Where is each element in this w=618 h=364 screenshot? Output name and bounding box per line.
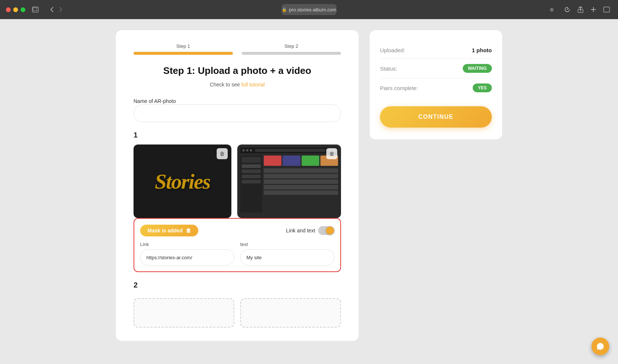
nav-arrows: [48, 6, 64, 14]
status-label: Status:: [380, 65, 397, 72]
link-fields-row: Link text: [140, 242, 334, 265]
step-2-item: Step 2: [242, 43, 341, 55]
lock-icon: 🔒: [282, 7, 287, 12]
link-input[interactable]: [140, 249, 234, 265]
text-field-group: text: [240, 242, 334, 265]
pair-1-number: 1: [134, 131, 341, 139]
translate-button[interactable]: ⊕: [547, 5, 559, 14]
minimize-button[interactable]: [13, 7, 18, 12]
link-text-row: Link and text: [286, 226, 334, 235]
svg-text:⊕: ⊕: [550, 7, 554, 13]
status-badge: WAITING: [463, 64, 492, 73]
link-text-toggle[interactable]: [318, 226, 334, 235]
share-button[interactable]: [575, 5, 586, 14]
chat-fab-button[interactable]: [592, 338, 609, 355]
svg-rect-4: [604, 7, 610, 12]
right-panel: Uploaded: 1 photo Status: WAITING Pairs …: [370, 30, 502, 139]
link-text-label-text: Link and text: [286, 228, 315, 233]
step-1-item: Step 1: [134, 43, 233, 55]
uploaded-value: 1 photo: [472, 47, 492, 53]
step-2-bar: [242, 52, 341, 55]
new-tab-button[interactable]: [589, 6, 598, 14]
upload-box-photo[interactable]: [134, 298, 234, 328]
tab-overview-button[interactable]: [601, 5, 612, 14]
pairs-badge: YES: [473, 83, 492, 92]
browser-content: Step 1 Step 2 Step 1: Upload a photo + a…: [0, 19, 618, 364]
delete-dashboard-image-button[interactable]: 🗑: [326, 148, 337, 159]
refresh-button[interactable]: [562, 5, 572, 14]
subtitle: Check to see full tutorial: [134, 82, 341, 88]
forward-button[interactable]: [57, 6, 64, 14]
dash-main: [264, 156, 338, 213]
mask-row: Mask is added 🗑 Link and text: [140, 225, 334, 236]
page-title: Step 1: Upload a photo + a video: [134, 65, 341, 76]
tab-switcher-button[interactable]: [30, 5, 41, 14]
image-row: Stories 🗑: [134, 144, 341, 218]
uploaded-label: Uploaded:: [380, 47, 405, 53]
upload-box-video[interactable]: [240, 298, 341, 328]
step-2-label: Step 2: [284, 43, 298, 49]
pair-2-row: [134, 298, 341, 328]
close-button[interactable]: [6, 7, 11, 12]
step-1-bar: [134, 52, 233, 55]
dash-sidebar: [240, 156, 262, 213]
traffic-lights: [6, 7, 25, 12]
pairs-stat-row: Pairs complete: YES: [380, 78, 492, 97]
uploaded-stat-row: Uploaded: 1 photo: [380, 42, 492, 59]
delete-stories-image-button[interactable]: 🗑: [217, 148, 228, 159]
ar-photo-name-input[interactable]: [134, 104, 341, 122]
continue-button[interactable]: CONTINUE: [380, 106, 492, 128]
mask-section: Mask is added 🗑 Link and text Link text: [134, 218, 341, 272]
dashboard-image-box: 🗑: [237, 144, 341, 218]
subtitle-text: Check to see: [210, 82, 241, 88]
link-label: Link: [140, 242, 234, 247]
pair-2-number: 2: [134, 281, 341, 289]
mask-delete-icon[interactable]: 🗑: [186, 228, 191, 233]
tutorial-link[interactable]: full tutorial: [241, 82, 265, 88]
steps-header: Step 1 Step 2: [134, 43, 341, 55]
browser-chrome: 🔒 pro.stories-album.com ⊕: [0, 0, 618, 19]
link-field-group: Link: [140, 242, 234, 265]
left-panel: Step 1 Step 2 Step 1: Upload a photo + a…: [116, 30, 359, 341]
maximize-button[interactable]: [21, 7, 25, 12]
back-button[interactable]: [48, 6, 56, 14]
step-1-label: Step 1: [176, 43, 190, 49]
mask-badge: Mask is added 🗑: [140, 225, 198, 236]
address-bar[interactable]: 🔒 pro.stories-album.com: [282, 4, 337, 15]
text-label: text: [240, 242, 334, 247]
toggle-thumb: [326, 226, 334, 235]
url-text: pro.stories-album.com: [289, 7, 337, 13]
text-input[interactable]: [240, 249, 334, 265]
dash-body: [240, 156, 338, 213]
stories-image-box: Stories 🗑: [134, 144, 231, 218]
browser-right-controls: ⊕: [547, 5, 612, 14]
dash-topbar: [240, 147, 338, 153]
mask-badge-label: Mask is added: [148, 228, 183, 233]
name-field-label: Name of AR-photo: [134, 98, 176, 104]
svg-rect-1: [33, 8, 37, 11]
stories-text: Stories: [155, 169, 210, 194]
status-stat-row: Status: WAITING: [380, 59, 492, 78]
pairs-label: Pairs complete:: [380, 85, 418, 91]
